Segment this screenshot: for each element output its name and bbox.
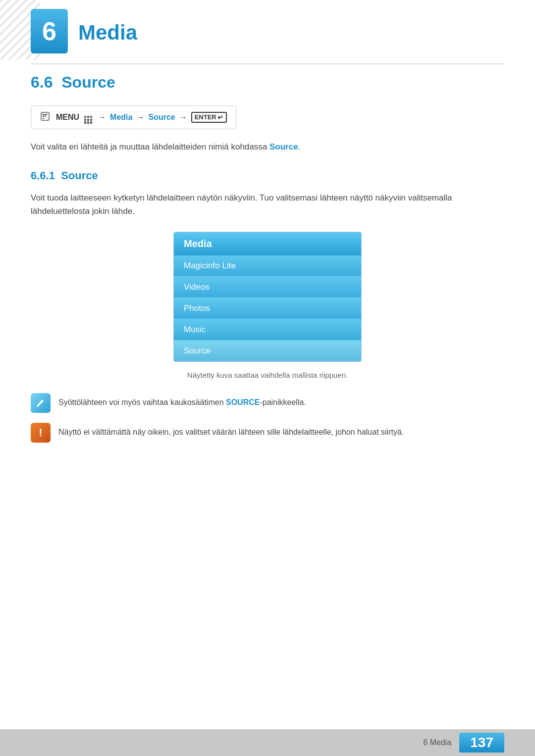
section-desc-prefix: Voit valita eri lähteitä ja muuttaa lähd…	[31, 142, 267, 151]
menu-item-music[interactable]: Music	[174, 319, 361, 341]
menu-item-photos[interactable]: Photos	[174, 298, 361, 319]
section-description: Voit valita eri lähteitä ja muuttaa lähd…	[31, 140, 504, 153]
nav-media: Media	[110, 113, 132, 122]
menu-header: Media	[174, 232, 361, 255]
enter-label: ENTER	[195, 113, 216, 121]
main-content: 6.6 Source MENU → Media	[31, 73, 504, 453]
enter-icon: ENTER ↵	[191, 112, 227, 123]
note1-suffix: -painikkeella.	[260, 398, 306, 406]
svg-rect-1	[43, 114, 44, 115]
footer: 6 Media 137	[0, 729, 535, 756]
svg-rect-5	[45, 116, 46, 117]
section-desc-end: .	[298, 142, 301, 151]
note2-text: Näyttö ei välttämättä näy oikein, jos va…	[58, 423, 404, 439]
nav-breadcrumb: MENU → Media → Source → ENTER ↵	[31, 105, 236, 129]
svg-rect-4	[43, 116, 44, 117]
subsection-title: Source	[61, 169, 98, 182]
section-heading: 6.6 Source	[31, 73, 504, 92]
footer-page-number: 137	[459, 733, 504, 753]
chapter-title: Media	[78, 21, 137, 45]
footer-section-label: 6 Media	[423, 738, 451, 747]
menu-screenshot: Media Magicinfo Lite Videos Photos Music…	[173, 232, 362, 362]
subsection-number: 6.6.1	[31, 169, 55, 182]
note1-text: Syöttölähteen voi myös vaihtaa kaukosäät…	[58, 393, 306, 409]
note1-prefix: Syöttölähteen voi myös vaihtaa kaukosäät…	[58, 398, 226, 406]
grid-icon	[84, 111, 92, 124]
menu-label: MENU	[56, 113, 79, 122]
pencil-icon	[31, 393, 51, 413]
arrow1: →	[98, 113, 106, 122]
menu-caption: Näytetty kuva saattaa vaihdella mallista…	[31, 371, 504, 379]
menu-remote-icon	[40, 111, 50, 123]
chapter-number: 6	[42, 18, 56, 44]
svg-rect-3	[47, 114, 48, 115]
subsection-heading: 6.6.1 Source	[31, 169, 504, 182]
chapter-box: 6	[31, 9, 68, 53]
section-desc-highlight: Source	[269, 142, 298, 151]
nav-source: Source	[148, 113, 175, 122]
svg-rect-6	[43, 118, 44, 119]
svg-rect-2	[45, 114, 46, 115]
header-rule	[31, 63, 504, 64]
exclamation-icon: !	[31, 423, 51, 443]
arrow2: →	[136, 113, 144, 122]
note2: ! Näyttö ei välttämättä näy oikein, jos …	[31, 423, 504, 443]
note1: Syöttölähteen voi myös vaihtaa kaukosäät…	[31, 393, 504, 413]
subsection-description: Voit tuoda laitteeseen kytketyn lähdelai…	[31, 191, 504, 218]
section-title: Source	[61, 73, 115, 91]
menu-item-magicinfo[interactable]: Magicinfo Lite	[174, 255, 361, 277]
note1-highlight: SOURCE	[226, 398, 260, 406]
section-number: 6.6	[31, 73, 53, 91]
arrow3: →	[179, 113, 187, 122]
menu-item-source[interactable]: Source	[174, 341, 361, 361]
menu-item-videos[interactable]: Videos	[174, 277, 361, 298]
